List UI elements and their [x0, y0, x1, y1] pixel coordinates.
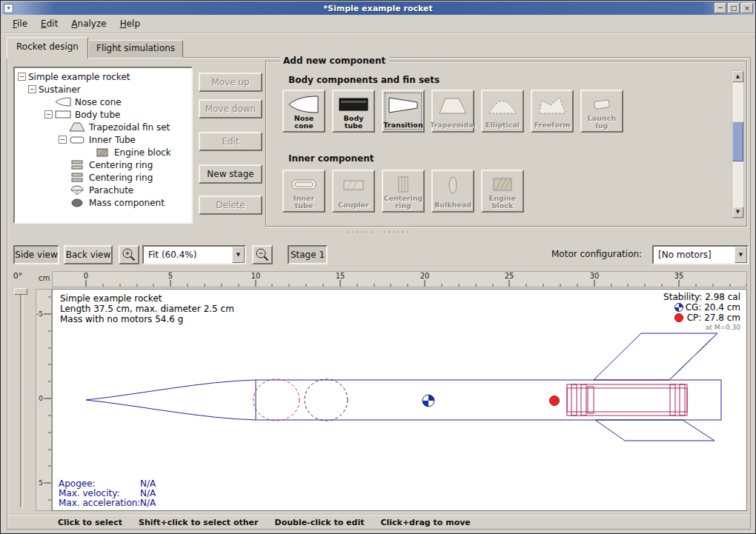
trapezoidal-fin-icon [69, 122, 85, 132]
lower-fin-outline[interactable] [595, 420, 714, 441]
title-bar[interactable]: ▾ *Simple example rocket ─ □ × [1, 1, 755, 15]
elliptical-fin-icon [486, 94, 519, 116]
add-transition-button[interactable]: Transition [382, 90, 425, 133]
rocket-name-text: Simple example rocket [60, 293, 162, 304]
max-acceleration-value: N/A [140, 498, 156, 508]
rocket-mass-text: Mass with no motors 54.6 g [60, 314, 183, 324]
component-scrollbar[interactable]: ▲ ▼ [732, 70, 744, 218]
scroll-up-button[interactable]: ▲ [732, 71, 743, 82]
tree-item-inner-tube[interactable]: − Inner Tube [15, 133, 191, 146]
component-tree[interactable]: − Simple example rocket − Sustainer Nose… [13, 67, 193, 224]
add-centering-ring-button[interactable]: Centering ring [382, 170, 425, 213]
group-title: Add new component [279, 56, 389, 66]
hint-double-click: Double-click to edit [275, 518, 365, 527]
tab-flight-simulations[interactable]: Flight simulations [88, 40, 183, 58]
stability-text: Stability: 2.98 cal [663, 292, 740, 302]
vertical-ruler: -5 0 5 [36, 289, 52, 511]
scroll-down-button[interactable]: ▼ [732, 207, 743, 218]
tree-item-body-tube[interactable]: − Body tube [15, 108, 191, 121]
zoom-in-button[interactable] [119, 245, 139, 264]
tree-item-rocket[interactable]: − Simple example rocket [15, 70, 191, 83]
max-velocity-value: N/A [140, 488, 156, 498]
chevron-down-icon: ▼ [232, 247, 245, 263]
rocket-dimensions-text: Length 37.5 cm, max. diameter 2.5 cm [60, 304, 234, 314]
stage-1-toggle[interactable]: Stage 1 [288, 245, 328, 264]
mass-component-outline[interactable] [305, 379, 348, 421]
zoom-level-select[interactable]: Fit (60.4%) ▼ [142, 245, 246, 264]
nose-cone-icon [55, 97, 71, 107]
delete-button[interactable]: Delete [199, 196, 262, 215]
collapse-toggle-icon[interactable]: − [28, 85, 36, 93]
rotation-slider-handle[interactable] [14, 288, 27, 295]
edit-button[interactable]: Edit [199, 132, 262, 151]
tree-item-nose-cone[interactable]: Nose cone [15, 96, 191, 108]
tree-item-fin-set[interactable]: Trapezoidal fin set [15, 121, 191, 133]
mass-component-icon [69, 198, 85, 207]
tree-item-parachute[interactable]: Parachute [15, 184, 191, 196]
back-view-button[interactable]: Back view [64, 245, 113, 264]
add-engine-block-button[interactable]: Engine block [481, 170, 524, 213]
menu-file[interactable]: File [6, 16, 34, 31]
tree-item-mass-component[interactable]: Mass component [15, 196, 191, 209]
inner-component-label: Inner component [288, 153, 374, 164]
app-icon[interactable]: ▾ [4, 4, 13, 13]
zoom-in-icon [121, 247, 137, 263]
tab-rocket-design[interactable]: Rocket design [7, 37, 88, 59]
view-toolbar: Side view Back view Fit (60.4%) ▼ Stage … [7, 241, 750, 268]
add-launch-lug-button[interactable]: Launch lug [580, 90, 623, 133]
svg-text:10: 10 [251, 272, 261, 280]
add-nose-cone-button[interactable]: Nose cone [282, 90, 325, 133]
move-down-button[interactable]: Move down [199, 99, 262, 119]
close-icon: × [744, 4, 750, 12]
svg-text:0: 0 [39, 395, 43, 402]
svg-text:25: 25 [505, 272, 514, 280]
svg-text:30: 30 [590, 272, 600, 280]
scrollbar-thumb[interactable] [732, 121, 743, 161]
maximize-button[interactable]: □ [728, 3, 740, 13]
add-coupler-button[interactable]: Coupler [332, 170, 375, 213]
new-stage-button[interactable]: New stage [199, 164, 262, 184]
panel-splitter-handle[interactable]: ······ ······ [7, 230, 750, 237]
rotation-slider-track[interactable] [20, 292, 23, 508]
chevron-down-icon: ▼ [735, 247, 747, 263]
svg-text:20: 20 [420, 272, 430, 280]
cg-marker[interactable] [422, 395, 434, 407]
add-inner-tube-button[interactable]: Inner tube [282, 170, 325, 213]
transition-icon [387, 94, 420, 116]
rocket-drawing-canvas[interactable]: Simple example rocket Length 37.5 cm, ma… [52, 289, 747, 511]
collapse-toggle-icon[interactable]: − [44, 110, 53, 119]
add-body-tube-button[interactable]: Body tube [332, 90, 375, 133]
window-title: *Simple example rocket [1, 4, 755, 13]
main-tabs: Rocket design Flight simulations [7, 36, 183, 58]
close-button[interactable]: × [741, 3, 753, 13]
minimize-button[interactable]: ─ [714, 3, 726, 13]
rocket-body-outline[interactable] [86, 380, 721, 420]
window-controls: ─ □ × [714, 3, 753, 13]
tree-item-centering-ring-2[interactable]: Centering ring [15, 171, 191, 184]
menu-analyze[interactable]: Analyze [64, 16, 113, 31]
launch-lug-icon [586, 94, 618, 115]
cp-marker[interactable] [550, 396, 560, 406]
hint-click-select: Click to select [58, 518, 122, 527]
tree-item-engine-block[interactable]: Engine block [15, 146, 191, 158]
cp-legend-icon [675, 314, 683, 322]
svg-text:-5: -5 [36, 310, 43, 318]
motor-configuration-select[interactable]: [No motors] ▼ [652, 245, 749, 264]
add-bulkhead-button[interactable]: Bulkhead [431, 170, 474, 213]
svg-text:5: 5 [168, 272, 173, 280]
zoom-out-button[interactable] [252, 245, 273, 264]
move-up-button[interactable]: Move up [199, 73, 262, 92]
inner-tube-assembly[interactable] [567, 384, 687, 415]
parachute-outline[interactable] [253, 379, 299, 421]
add-elliptical-fin-button[interactable]: Elliptical [481, 90, 524, 133]
upper-fin-outline[interactable] [594, 333, 717, 380]
collapse-toggle-icon[interactable]: − [18, 73, 26, 81]
tree-item-sustainer[interactable]: − Sustainer [15, 83, 191, 96]
collapse-toggle-icon[interactable]: − [59, 136, 67, 144]
menu-help[interactable]: Help [113, 16, 147, 31]
add-trapezoidal-fin-button[interactable]: Trapezoidal [431, 90, 474, 133]
add-freeform-fin-button[interactable]: Freeform [531, 90, 574, 133]
tree-item-centering-ring-1[interactable]: Centering ring [15, 158, 191, 171]
menu-edit[interactable]: Edit [34, 16, 64, 31]
side-view-button[interactable]: Side view [13, 245, 59, 264]
